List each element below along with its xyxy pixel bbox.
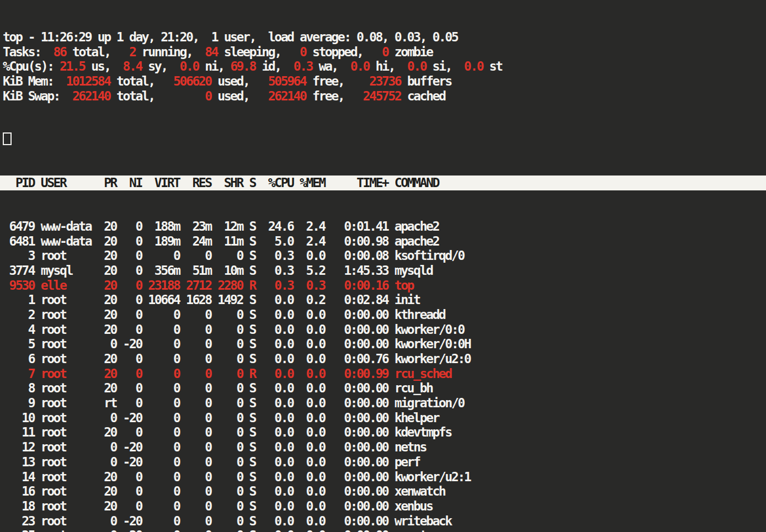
process-row-12: 12 root 0 -20 0 0 0 S 0.0 0.0 0:00.00 ne… [3,440,766,455]
summary-segment: total, [110,89,161,103]
summary-segment: used, [211,74,256,88]
process-row-6: 6 root 20 0 0 0 0 S 0.0 0.0 0:00.76 kwor… [3,352,766,366]
process-row-18: 18 root 20 0 0 0 0 S 0.0 0.0 0:00.00 xen… [3,499,766,514]
summary-segment: 0.0 [344,59,369,73]
summary-segment: si, [426,59,458,73]
summary-segment: 8.4 [116,59,142,73]
swap-line: KiB Swap: 262140 total, 0 used, 262140 f… [3,89,766,104]
summary-segment: 0.0 [401,59,426,73]
summary-segment: %Cpu(s): [3,59,54,73]
process-table: 6479 www-data 20 0 188m 23m 12m S 24.6 2… [3,219,766,532]
summary-segment: id, [256,59,287,73]
cursor-line [3,132,766,147]
tasks-line: Tasks: 86 total, 2 running, 84 sleeping,… [3,45,766,60]
summary-segment: 505964 [256,74,306,88]
summary-segment: 0.0 [173,59,199,73]
summary-segment: sy, [142,59,173,73]
process-row-9: 9 root rt 0 0 0 0 S 0.0 0.0 0:00.00 migr… [3,396,766,411]
summary-segment: KiB Swap: [3,89,60,103]
process-row-5: 5 root 0 -20 0 0 0 S 0.0 0.0 0:00.00 kwo… [3,337,766,352]
summary-segment: 0 [161,89,211,103]
summary-segment: buffers [401,74,451,88]
summary-segment: 21.5 [54,59,85,73]
summary-segment: free, [306,74,350,88]
summary-segment: 262140 [256,89,306,103]
summary-segment: cached [401,89,445,103]
summary-segment: st [483,59,502,73]
process-row-16: 16 root 20 0 0 0 0 S 0.0 0.0 0:00.00 xen… [3,484,766,499]
summary-segment: total, [66,45,116,59]
process-table-header-row: PID USER PR NI VIRT RES SHR S %CPU %MEM … [0,175,766,190]
summary-segment: hi, [369,59,401,73]
uptime-line: top - 11:26:29 up 1 day, 21:20, 1 user, … [3,30,766,45]
process-row-1: 1 root 20 0 10664 1628 1492 S 0.0 0.2 0:… [3,292,766,307]
summary-segment: 245752 [350,89,401,103]
summary-segment: 23736 [350,74,401,88]
terminal-cursor [3,132,12,145]
summary-segment: 1012584 [60,74,110,88]
process-row-3: 3 root 20 0 0 0 0 S 0.3 0.0 0:00.08 ksof… [3,248,766,263]
summary-segment: wa, [312,59,344,73]
summary-segment: free, [306,89,350,103]
process-row-4: 4 root 20 0 0 0 0 S 0.0 0.0 0:00.00 kwor… [3,322,766,337]
process-row-25: 25 root 0 -20 0 0 0 S 0.0 0.0 0:00.00 cr… [3,528,766,532]
summary-segment: top - 11:26:29 up 1 day, 21:20, 1 user, … [3,30,458,44]
terminal-window[interactable]: top - 11:26:29 up 1 day, 21:20, 1 user, … [0,0,766,532]
summary-segment: running, [135,45,198,59]
cpu-line: %Cpu(s): 21.5 us, 8.4 sy, 0.0 ni, 69.8 i… [3,59,766,74]
summary-segment: ni, [199,59,224,73]
summary-segment: 506620 [161,74,211,88]
summary-segment: KiB Mem: [3,74,60,88]
process-row-13: 13 root 0 -20 0 0 0 S 0.0 0.0 0:00.00 pe… [3,455,766,470]
summary-segment: sleeping, [217,45,287,59]
top-summary-block: top - 11:26:29 up 1 day, 21:20, 1 user, … [3,30,766,103]
process-row-23: 23 root 0 -20 0 0 0 S 0.0 0.0 0:00.00 wr… [3,514,766,529]
process-row-2: 2 root 20 0 0 0 0 S 0.0 0.0 0:00.00 kthr… [3,307,766,322]
summary-segment: total, [110,74,161,88]
summary-segment: Tasks: [3,45,47,59]
process-row-10: 10 root 0 -20 0 0 0 S 0.0 0.0 0:00.00 kh… [3,411,766,425]
summary-segment: 0.3 [287,59,312,73]
process-row-6481: 6481 www-data 20 0 189m 24m 11m S 5.0 2.… [3,234,766,249]
summary-segment: 69.8 [224,59,256,73]
summary-segment: us, [85,59,116,73]
summary-segment: 0.0 [458,59,483,73]
summary-segment: 0 [369,45,388,59]
process-row-7: 7 root 20 0 0 0 0 R 0.0 0.0 0:00.99 rcu_… [3,366,766,381]
summary-segment: 84 [199,45,217,59]
process-row-9530: 9530 elle 20 0 23188 2712 2280 R 0.3 0.3… [3,278,766,293]
summary-segment: 0 [287,45,306,59]
summary-segment: 2 [116,45,135,59]
process-row-11: 11 root 20 0 0 0 0 S 0.0 0.0 0:00.00 kde… [3,425,766,440]
summary-segment: 262140 [60,89,110,103]
summary-segment: stopped, [306,45,369,59]
process-row-6479: 6479 www-data 20 0 188m 23m 12m S 24.6 2… [3,219,766,234]
process-row-8: 8 root 20 0 0 0 0 S 0.0 0.0 0:00.00 rcu_… [3,381,766,396]
process-row-14: 14 root 20 0 0 0 0 S 0.0 0.0 0:00.00 kwo… [3,470,766,485]
process-row-3774: 3774 mysql 20 0 356m 51m 10m S 0.3 5.2 1… [3,263,766,278]
summary-segment: zombie [388,45,432,59]
summary-segment: 86 [47,45,66,59]
summary-segment: used, [211,89,256,103]
mem-line: KiB Mem: 1012584 total, 506620 used, 505… [3,74,766,89]
